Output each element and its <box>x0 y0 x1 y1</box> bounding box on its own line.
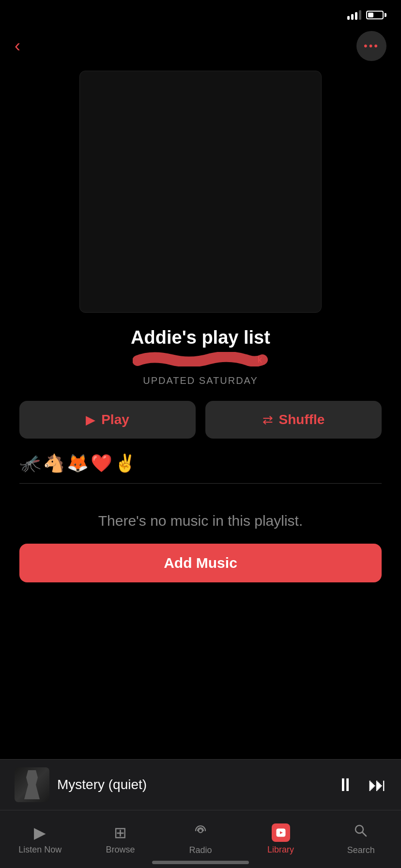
tab-bar: ▶ Listen Now ⊞ Browse Radio Library <box>0 810 401 868</box>
library-icon <box>272 823 290 842</box>
shuffle-icon: ⇄ <box>262 412 273 427</box>
shuffle-button[interactable]: ⇄ Shuffle <box>205 401 382 439</box>
now-playing-title: Mystery (quiet) <box>57 777 328 792</box>
listen-now-icon: ▶ <box>34 823 46 842</box>
play-label: Play <box>101 412 129 427</box>
thumbnail-silhouette <box>22 770 42 799</box>
more-button[interactable]: ••• <box>356 31 386 61</box>
play-button[interactable]: ▶ Play <box>19 401 196 439</box>
svg-text:k: k <box>258 355 262 365</box>
tab-search[interactable]: Search <box>321 818 401 855</box>
album-art-container <box>0 66 401 327</box>
tab-listen-now[interactable]: ▶ Listen Now <box>0 819 80 855</box>
now-playing-controls: ⏸ ⏭ <box>336 775 386 795</box>
search-icon <box>353 823 369 842</box>
thumbnail-image <box>15 767 49 802</box>
scribble-annotation: k <box>133 352 268 366</box>
tab-search-label: Search <box>347 845 375 855</box>
tab-library[interactable]: Library <box>241 819 321 855</box>
battery-icon <box>366 11 386 19</box>
browse-icon: ⊞ <box>114 823 127 842</box>
svg-line-5 <box>362 832 366 836</box>
more-icon: ••• <box>364 40 379 52</box>
empty-message: There's no music in this playlist. <box>19 513 382 529</box>
svg-point-1 <box>199 829 202 833</box>
tab-listen-now-label: Listen Now <box>18 845 62 855</box>
emoji-row: 🦟🐴🦊❤️✌️ <box>0 448 401 483</box>
add-music-label: Add Music <box>164 555 237 571</box>
shuffle-label: Shuffle <box>279 412 325 427</box>
tab-library-label: Library <box>267 845 294 855</box>
play-icon: ▶ <box>86 412 95 427</box>
radio-icon <box>193 823 208 842</box>
nav-bar: ‹ ••• <box>0 26 401 66</box>
back-button[interactable]: ‹ <box>15 37 20 55</box>
tab-radio[interactable]: Radio <box>160 818 241 855</box>
tab-radio-label: Radio <box>189 845 212 855</box>
album-art <box>79 71 322 313</box>
playlist-updated: UPDATED SATURDAY <box>19 375 382 386</box>
add-music-button[interactable]: Add Music <box>19 544 382 582</box>
pause-button[interactable]: ⏸ <box>336 775 355 795</box>
playlist-title: Addie's play list <box>19 327 382 348</box>
now-playing-thumbnail <box>15 767 49 802</box>
skip-forward-button[interactable]: ⏭ <box>368 775 386 795</box>
empty-state: There's no music in this playlist. Add M… <box>0 484 401 597</box>
status-icons <box>347 10 386 20</box>
tab-browse[interactable]: ⊞ Browse <box>80 819 161 855</box>
tab-browse-label: Browse <box>106 845 135 855</box>
playlist-info: Addie's play list k UPDATED SATURDAY <box>0 327 401 391</box>
action-buttons: ▶ Play ⇄ Shuffle <box>0 391 401 448</box>
now-playing-bar[interactable]: Mystery (quiet) ⏸ ⏭ <box>0 759 401 810</box>
signal-icon <box>347 10 361 20</box>
home-indicator <box>152 861 249 864</box>
status-bar <box>0 0 401 26</box>
